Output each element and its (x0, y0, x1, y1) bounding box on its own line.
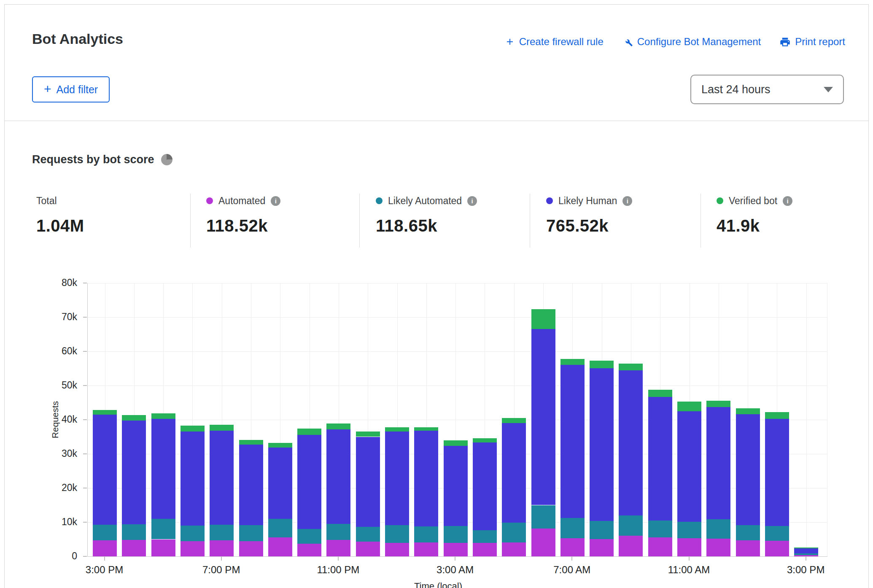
bar-segment-likely-automated[interactable] (706, 519, 730, 539)
bar-segment-likely-automated[interactable] (502, 523, 526, 542)
bar-segment-verified-bot[interactable] (414, 427, 438, 431)
bar-segment-likely-human[interactable] (619, 370, 643, 515)
bar-segment-automated[interactable] (794, 555, 818, 556)
info-icon[interactable]: i (271, 196, 280, 206)
bar-segment-likely-human[interactable] (268, 448, 292, 518)
bar-segment-verified-bot[interactable] (502, 418, 526, 423)
print-report-link[interactable]: Print report (779, 36, 845, 48)
bar-segment-automated[interactable] (706, 539, 730, 556)
bar-segment-likely-automated[interactable] (356, 527, 380, 542)
info-icon[interactable]: i (783, 196, 792, 206)
bar-segment-automated[interactable] (765, 541, 789, 556)
bar-segment-likely-automated[interactable] (385, 525, 409, 543)
bar-segment-verified-bot[interactable] (444, 440, 468, 446)
bar-segment-likely-human[interactable] (444, 446, 468, 526)
bar-segment-likely-automated[interactable] (268, 519, 292, 538)
bar-segment-likely-automated[interactable] (414, 526, 438, 542)
bar-segment-verified-bot[interactable] (151, 413, 175, 419)
bar-segment-automated[interactable] (268, 537, 292, 556)
bar-segment-likely-human[interactable] (385, 432, 409, 525)
bar-segment-verified-bot[interactable] (531, 309, 555, 329)
bar-segment-likely-human[interactable] (560, 365, 585, 518)
bar-segment-automated[interactable] (619, 536, 643, 556)
info-icon[interactable]: i (467, 196, 477, 206)
bar-segment-likely-automated[interactable] (531, 505, 555, 529)
bar-segment-likely-human[interactable] (531, 329, 555, 505)
bar-segment-likely-human[interactable] (122, 421, 146, 524)
create-firewall-rule-link[interactable]: Create firewall rule (505, 36, 604, 48)
add-filter-button[interactable]: + Add filter (32, 76, 110, 102)
bar-segment-likely-human[interactable] (181, 432, 205, 526)
bar-segment-likely-human[interactable] (794, 548, 818, 553)
bar-segment-likely-human[interactable] (473, 442, 497, 530)
bar-segment-verified-bot[interactable] (590, 361, 614, 368)
bar-segment-verified-bot[interactable] (181, 426, 205, 432)
bar-segment-verified-bot[interactable] (706, 401, 730, 407)
bar-segment-likely-automated[interactable] (619, 515, 643, 536)
bar-segment-verified-bot[interactable] (765, 412, 789, 419)
bar-segment-likely-human[interactable] (590, 368, 614, 521)
bar-segment-automated[interactable] (151, 539, 175, 557)
bar-segment-automated[interactable] (326, 540, 350, 556)
bar-segment-likely-automated[interactable] (151, 519, 175, 539)
bar-segment-verified-bot[interactable] (736, 408, 760, 414)
bar-segment-likely-automated[interactable] (648, 521, 672, 537)
bar-segment-likely-automated[interactable] (326, 524, 350, 540)
bar-segment-verified-bot[interactable] (326, 423, 350, 429)
bar-segment-likely-automated[interactable] (210, 525, 234, 540)
bar-segment-automated[interactable] (648, 537, 672, 556)
bar-segment-verified-bot[interactable] (794, 548, 818, 548)
bar-segment-automated[interactable] (385, 543, 409, 556)
bar-segment-likely-human[interactable] (677, 411, 701, 522)
bar-segment-likely-automated[interactable] (560, 518, 585, 538)
bar-segment-likely-human[interactable] (356, 437, 380, 527)
bar-segment-automated[interactable] (210, 540, 234, 556)
bar-segment-verified-bot[interactable] (356, 432, 380, 437)
bar-segment-automated[interactable] (502, 542, 526, 556)
bar-segment-automated[interactable] (122, 540, 146, 556)
bar-segment-verified-bot[interactable] (210, 425, 234, 431)
bar-segment-likely-automated[interactable] (297, 529, 321, 544)
bar-segment-automated[interactable] (531, 529, 555, 556)
bar-segment-likely-automated[interactable] (473, 530, 497, 543)
bar-segment-verified-bot[interactable] (473, 438, 497, 443)
bar-segment-likely-automated[interactable] (590, 521, 614, 539)
bar-segment-automated[interactable] (590, 539, 614, 556)
bar-segment-automated[interactable] (93, 540, 117, 556)
bar-segment-likely-human[interactable] (210, 431, 234, 525)
bar-segment-likely-automated[interactable] (736, 525, 760, 540)
bar-segment-likely-human[interactable] (151, 419, 175, 519)
configure-bot-management-link[interactable]: Configure Bot Management (622, 36, 761, 48)
bar-segment-likely-automated[interactable] (794, 553, 818, 555)
bar-segment-automated[interactable] (444, 543, 468, 556)
bar-segment-likely-human[interactable] (297, 435, 321, 529)
bar-segment-likely-human[interactable] (239, 445, 263, 525)
bar-segment-likely-human[interactable] (502, 423, 526, 523)
bar-segment-automated[interactable] (356, 542, 380, 556)
bar-segment-automated[interactable] (736, 540, 760, 556)
bar-segment-likely-automated[interactable] (93, 525, 117, 540)
bar-segment-verified-bot[interactable] (239, 440, 263, 445)
bar-segment-verified-bot[interactable] (122, 415, 146, 420)
bar-segment-automated[interactable] (239, 541, 263, 556)
bar-segment-likely-human[interactable] (706, 407, 730, 519)
bar-segment-automated[interactable] (677, 538, 701, 556)
bar-segment-verified-bot[interactable] (93, 410, 117, 415)
bar-segment-verified-bot[interactable] (619, 364, 643, 370)
bar-segment-likely-automated[interactable] (677, 522, 701, 538)
bar-segment-automated[interactable] (414, 542, 438, 556)
time-range-select[interactable]: Last 24 hours (690, 75, 844, 104)
bar-segment-automated[interactable] (560, 538, 585, 556)
bar-segment-likely-automated[interactable] (122, 524, 146, 540)
bar-segment-likely-automated[interactable] (765, 526, 789, 541)
bar-segment-likely-automated[interactable] (239, 525, 263, 541)
bar-segment-likely-human[interactable] (326, 429, 350, 524)
bar-segment-verified-bot[interactable] (677, 402, 701, 411)
bar-segment-automated[interactable] (297, 544, 321, 556)
bar-segment-verified-bot[interactable] (268, 443, 292, 448)
info-icon[interactable]: i (622, 196, 632, 206)
bar-segment-verified-bot[interactable] (385, 427, 409, 432)
bar-segment-verified-bot[interactable] (648, 390, 672, 397)
bar-segment-automated[interactable] (473, 543, 497, 556)
bar-segment-likely-automated[interactable] (444, 526, 468, 543)
